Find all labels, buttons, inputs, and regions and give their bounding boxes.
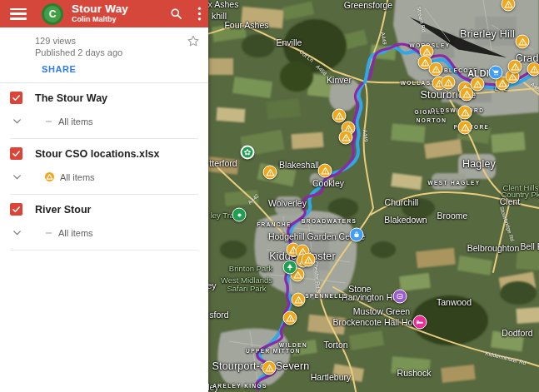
cso-warning-marker[interactable] [318,164,332,178]
cso-warning-marker[interactable] [262,361,277,375]
cso-warning-marker[interactable] [460,87,474,102]
cso-warning-marker[interactable] [442,76,456,90]
sidebar: C Stour Way Colin Maltby 129 views Publi… [0,0,208,392]
search-icon[interactable] [170,7,182,20]
layer-the-stour-way: The Stour Way All items [0,83,208,139]
cso-warning-marker[interactable] [283,311,297,325]
chevron-down-icon[interactable] [12,116,22,127]
garden-marker[interactable] [241,146,255,160]
all-items-label[interactable]: All items [60,172,95,182]
hotel-marker[interactable] [413,315,427,330]
trail-point-marker[interactable] [232,208,247,222]
chevron-down-icon[interactable] [12,171,22,182]
park-marker[interactable] [283,261,297,275]
cso-warning-marker[interactable] [527,62,539,77]
check-icon [12,205,21,214]
layer-checkbox[interactable] [10,147,22,160]
satellite-imagery [208,0,539,392]
check-icon [12,93,21,102]
cso-warning-marker[interactable] [458,121,472,135]
layer-checkbox[interactable] [10,92,22,104]
garden-centre-marker[interactable] [350,228,364,242]
menu-icon[interactable] [10,8,27,20]
layer-title[interactable]: River Stour [35,204,91,216]
map-titles: Stour Way Colin Maltby [72,3,128,25]
layer-river-stour: River Stour All items [0,195,208,251]
polyline-legend-icon [46,121,52,122]
historic-house-marker[interactable] [393,290,407,304]
all-items-label[interactable]: All items [58,117,93,127]
cso-warning-marker[interactable] [263,166,277,180]
layer-stour-cso-locations: Stour CSO locations.xlsx All items [0,139,208,195]
supermarket-marker[interactable] [489,66,503,80]
cso-warning-marker[interactable] [339,131,353,145]
cso-warning-marker[interactable] [516,35,530,49]
layer-title[interactable]: The Stour Way [35,92,107,104]
cso-warning-marker[interactable] [292,293,306,307]
map-author: Colin Maltby [72,16,128,24]
share-button[interactable]: SHARE [42,64,77,74]
chevron-down-icon[interactable] [12,227,22,238]
view-count: 129 views [35,36,198,46]
star-icon[interactable] [187,34,200,47]
check-icon [12,149,21,158]
map-info-panel: 129 views Published 2 days ago SHARE [0,27,208,83]
all-items-label[interactable]: All items [58,228,93,238]
cso-warning-marker[interactable] [429,62,443,77]
more-options-icon[interactable] [197,7,202,21]
layer-checkbox[interactable] [10,203,22,216]
sidebar-header: C Stour Way Colin Maltby [0,0,208,27]
cso-warning-marker[interactable] [332,109,347,123]
cso-warning-marker[interactable] [471,77,485,92]
cso-warning-marker[interactable] [302,253,316,267]
satellite-map[interactable]: Greensforgex AsheskhillFour AshesEnville… [208,0,539,392]
layer-title[interactable]: Stour CSO locations.xlsx [35,148,159,160]
warning-marker-legend-icon [44,171,55,182]
polyline-legend-icon [46,232,52,234]
avatar[interactable]: C [42,3,63,25]
my-maps-app: C Stour Way Colin Maltby 129 views Publi… [0,0,539,392]
cso-warning-marker[interactable] [508,60,522,74]
page-title: Stour Way [72,3,128,16]
published-date: Published 2 days ago [35,47,198,57]
cso-warning-marker[interactable] [458,106,472,120]
